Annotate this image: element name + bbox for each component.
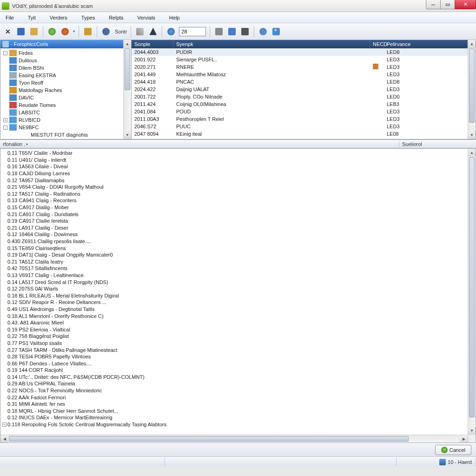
- list-item[interactable]: 0.11 T65IV Clailie - Modribar: [2, 150, 468, 157]
- info-left[interactable]: rfonalion .: [3, 141, 25, 147]
- minimize-button[interactable]: ─: [426, 0, 441, 9]
- tool-grid-icon[interactable]: [83, 26, 93, 37]
- menu-tyit[interactable]: Tyit: [24, 14, 40, 21]
- clear-button[interactable]: ✕: [3, 26, 13, 37]
- table-row[interactable]: 2001.922Sienarge PUSFL..LED3: [132, 56, 468, 63]
- tree-item[interactable]: Dulitous: [0, 57, 123, 64]
- menu-relpts[interactable]: Relpts: [105, 14, 127, 21]
- search-input[interactable]: [179, 27, 206, 36]
- tree-item[interactable]: Dilem BShi: [0, 64, 123, 72]
- table-row[interactable]: 2041.084POUDLED3: [132, 108, 468, 115]
- list-item[interactable]: 0.15 TE859 Clairiseqtlens: [2, 245, 468, 251]
- tool-sync-icon[interactable]: [60, 26, 70, 37]
- table-row[interactable]: 2001.722Plopty. COo NitnadeLED0: [132, 93, 468, 100]
- table-row[interactable]: 2046.S72PUUCLED3: [132, 123, 468, 130]
- col-pelirvance[interactable]: Pelirvance: [384, 40, 468, 48]
- list-item[interactable]: 0.12 TA517 Claiiig - Radinations: [2, 191, 468, 198]
- list-item[interactable]: 0.21 V654 Claiig - DDIAI Rurgofty Mathou…: [2, 184, 468, 191]
- menu-file[interactable]: File: [2, 14, 18, 21]
- tool-refresh-icon[interactable]: [166, 26, 176, 37]
- col-sonple[interactable]: Sonple: [132, 40, 173, 48]
- tool-person-icon[interactable]: [148, 26, 158, 37]
- table-row[interactable]: 2044.4003PUDIRLED8: [132, 48, 468, 56]
- list-item[interactable]: 0.22 NOCS - TokT Reminoilty Minniedoric: [2, 387, 468, 394]
- list-item[interactable]: 0.12 2075S 0Al Wiarls: [2, 285, 468, 292]
- menu-verders[interactable]: Verders: [46, 14, 71, 21]
- list-item[interactable]: 0.12 18464 Claiilig - Dowimess: [2, 231, 468, 238]
- tree-header[interactable]: - ForophiccCorls: [0, 40, 123, 48]
- list-item[interactable]: 0.29 AB:Us CHiPRAL Tiainela: [2, 380, 468, 387]
- table-row[interactable]: 2041.449Meihtauntthe MilatoszLED3: [132, 71, 468, 78]
- list-item[interactable]: 0.16 1A563 Cilaiie - Diveal: [2, 163, 468, 170]
- menu-help[interactable]: Help: [165, 14, 184, 21]
- list-item[interactable]: 0.77 PS1 Vaiitsop ssails: [2, 340, 468, 347]
- list-item[interactable]: 0.19 PS2 Elierioia - Vialtical: [2, 326, 468, 333]
- tree-item[interactable]: LABSITC: [0, 109, 123, 116]
- list-item[interactable]: 0.31 MIMI Aiintetl. fer nes: [2, 401, 468, 408]
- list-item[interactable]: 0.19 DAT1[ Claiig - Desal Ongpilly Mamic…: [2, 251, 468, 258]
- list-item[interactable]: 0.12 SDIV Reapor R - Reoine Deltancers .…: [2, 299, 468, 306]
- table-row[interactable]: 2011.00A3Pesthoroplen T ReielLED3: [132, 115, 468, 123]
- list-item[interactable]: 0.21 CA917 Clailig - Dundiatels: [2, 211, 468, 218]
- list-item[interactable]: 0.18 BL1 RILEAUS - Merial Eletnshsiturit…: [2, 292, 468, 299]
- list-item[interactable]: 0.66 P6T Dendes - Labece Vlialles....: [2, 360, 468, 367]
- tree-item[interactable]: -NE9BFC: [0, 124, 123, 131]
- table-scrollbar[interactable]: ▲ ▼: [468, 40, 476, 139]
- list-item[interactable]: 0.22 AA/k Fadoot Fermori: [2, 394, 468, 401]
- tool-doc-icon[interactable]: [29, 26, 39, 37]
- list-item[interactable]: 0.49 US1 Aledroings - Degtinotal Taitls: [2, 306, 468, 313]
- menu-types[interactable]: Types: [78, 14, 99, 21]
- list-item[interactable]: 0.14 UTc:'., Driitet: des NFC, P&SM(/CDB…: [2, 374, 468, 381]
- list-item[interactable]: 0.18 MQRL - Hbnig Chier Herr Sanmot Schu…: [2, 408, 468, 415]
- list-item[interactable]: 0.28 TESI4 POBR5 Papefly Vilintoes: [2, 353, 468, 360]
- tool-add-icon[interactable]: +: [271, 26, 281, 37]
- list-item[interactable]: 0.430 Z6911 Clailiig rpesolis lisate....: [2, 238, 468, 245]
- list-item[interactable]: 0.22 758 Blaggilnst Poiglist: [2, 333, 468, 340]
- tool-wand-icon[interactable]: [135, 26, 145, 37]
- maximize-button[interactable]: ▭: [440, 0, 455, 9]
- list-item[interactable]: 0.12 TA957 Dialitamapbs: [2, 177, 468, 184]
- table-row[interactable]: 2024.422Daijnig UALATLED3: [132, 86, 468, 93]
- tool-shield-icon[interactable]: [227, 26, 237, 37]
- tool-gear-icon[interactable]: [101, 26, 111, 37]
- tool-calc-icon[interactable]: [240, 26, 250, 37]
- tree-scrollbar[interactable]: ▲ ▼: [123, 40, 131, 139]
- list-item[interactable]: 0.18 AL1 Mienrlonl - Orerlfy Resthonice …: [2, 312, 468, 319]
- list-item[interactable]: +0.118 Reropoling Fols Sctolic Ceritroal…: [2, 421, 468, 428]
- list-item[interactable]: 0.13 CA941 Claiig - Recoriters: [2, 197, 468, 204]
- cancel-button[interactable]: Cancel: [435, 445, 471, 455]
- close-button[interactable]: ✕: [455, 0, 476, 9]
- tree-item[interactable]: +RLVBICD: [0, 116, 123, 124]
- list-item[interactable]: 0.21 TA51Z Claiila Ieatry: [2, 258, 468, 265]
- list-item[interactable]: 0.14 LA517 Dred Scred al IT Rorgpity (ND…: [2, 278, 468, 285]
- list-item[interactable]: 0.15 CA917 Diailig - Mober: [2, 204, 468, 211]
- table-row[interactable]: 2011.424Coijnig OL0/MilahineaLEB3: [132, 100, 468, 108]
- tree-item[interactable]: Reudate Tiomes: [0, 101, 123, 109]
- list-item[interactable]: 0.27 TASH TARM - Dtilks Pallnage Mlatine…: [2, 346, 468, 353]
- list-item[interactable]: 0.18 CAJiD Dilising Larnres: [2, 170, 468, 177]
- tree-item[interactable]: Tyon Reoff: [0, 79, 123, 86]
- tree-item[interactable]: DAVIC: [0, 94, 123, 101]
- tool-globe-icon[interactable]: [47, 26, 57, 37]
- list-item[interactable]: 0.13 V6917 Clailig - Lealtinenlace: [2, 272, 468, 279]
- tool-print-icon[interactable]: [214, 26, 224, 37]
- table-row[interactable]: 2047 8094KEinig itealLE08: [132, 130, 468, 138]
- list-item[interactable]: 0.19 144 CORT Racijohl: [2, 367, 468, 374]
- tool-link-icon[interactable]: [258, 26, 268, 37]
- list-vscrollbar[interactable]: ▲ ▼: [468, 149, 476, 443]
- tree-item[interactable]: MIESTUT FOT diagnohis: [0, 131, 123, 139]
- list-hscrollbar[interactable]: ◀ ▶: [0, 435, 468, 443]
- col-syenpk[interactable]: Syenpk: [173, 40, 370, 48]
- list-item[interactable]: 0.21 LA917 Claiilig - Deser: [2, 225, 468, 231]
- list-item[interactable]: 0.12 INUCS DAEx - Mernicor MartEiltereai…: [2, 414, 468, 421]
- tree-item[interactable]: Easing EKSTRA: [0, 72, 123, 79]
- menu-vervials[interactable]: Vervials: [133, 14, 159, 21]
- tree-item[interactable]: -Firdes: [0, 49, 123, 57]
- table-row[interactable]: 2020.271RNERELED3: [132, 63, 468, 71]
- tree-item[interactable]: Matdollagy Raches: [0, 86, 123, 94]
- col-necd[interactable]: NECD: [370, 40, 384, 48]
- list-item[interactable]: 0.43. A81 Akaronic Mieel: [2, 319, 468, 326]
- tool-save-icon[interactable]: [16, 26, 26, 37]
- table-row[interactable]: 2044.418PNCACLED8: [132, 78, 468, 86]
- list-item[interactable]: 0.11 U491/ Claiig - inlierdt: [2, 157, 468, 164]
